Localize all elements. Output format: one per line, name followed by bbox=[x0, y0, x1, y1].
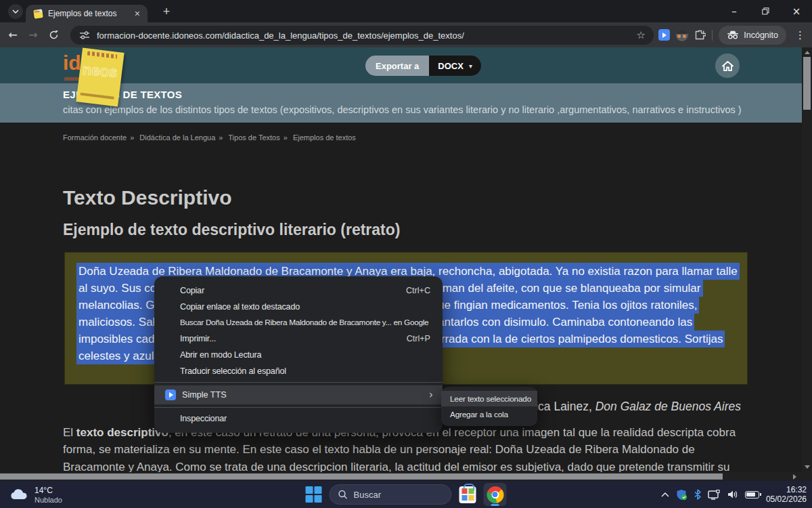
export-button[interactable]: Exportar a bbox=[365, 56, 429, 76]
time: 16:32 bbox=[766, 485, 807, 494]
menu-separator bbox=[154, 407, 443, 408]
export-control: Exportar a DOCX ▾ bbox=[365, 56, 481, 76]
page-title: Texto Descriptivo bbox=[63, 186, 232, 209]
export-format-dropdown[interactable]: DOCX ▾ bbox=[429, 56, 481, 76]
paragraph-line: Bracamonte y Anaya. Como se trata de una… bbox=[63, 459, 767, 472]
chrome-icon bbox=[487, 486, 503, 503]
breadcrumb-separator: » bbox=[219, 133, 223, 142]
horizontal-scroll-thumb[interactable] bbox=[0, 473, 723, 480]
address-bar[interactable]: formacion-docente.idoneos.com/didactica_… bbox=[70, 26, 654, 45]
tab-close-icon[interactable]: × bbox=[133, 9, 142, 18]
menu-item-label: Copiar bbox=[180, 286, 204, 295]
menu-item-traducir[interactable]: Traducir selección al español bbox=[154, 363, 443, 379]
breadcrumb-separator: » bbox=[130, 133, 134, 142]
restore-button[interactable] bbox=[750, 0, 781, 22]
menu-item-label: Imprimir... bbox=[180, 334, 216, 343]
logo-note-text: neos bbox=[82, 61, 118, 81]
menu-item-label: Simple TTS bbox=[182, 390, 429, 400]
note-line bbox=[81, 93, 114, 100]
menu-item-imprimir[interactable]: Imprimir... Ctrl+P bbox=[154, 331, 443, 347]
submenu-arrow-icon: › bbox=[429, 389, 433, 401]
start-button[interactable] bbox=[306, 486, 322, 503]
weather-widget[interactable]: 14°C Nublado bbox=[9, 481, 62, 508]
submenu-item-agregar[interactable]: Agregar a la cola bbox=[441, 406, 537, 422]
incognito-icon bbox=[727, 30, 739, 39]
context-menu: Copiar Ctrl+C Copiar enlace al texto des… bbox=[154, 276, 443, 433]
site-logo[interactable]: id bbox=[63, 51, 81, 75]
menu-item-inspeccionar[interactable]: Inspeccionar bbox=[154, 410, 443, 427]
minimize-button[interactable]: – bbox=[719, 0, 750, 22]
menu-item-simple-tts[interactable]: Simple TTS › bbox=[154, 385, 443, 404]
weather-condition: Nublado bbox=[35, 496, 62, 504]
horizontal-scrollbar[interactable] bbox=[0, 472, 802, 481]
scroll-right-arrow[interactable] bbox=[793, 474, 796, 480]
site-favicon-icon bbox=[33, 9, 43, 19]
banner-subtitle: citas con ejemplos de los distintos tipo… bbox=[63, 104, 812, 115]
chrome-taskbar-button[interactable] bbox=[484, 483, 507, 506]
simple-tts-extension-icon[interactable] bbox=[658, 29, 670, 41]
temperature: 14°C bbox=[35, 486, 62, 495]
new-tab-button[interactable]: + bbox=[158, 3, 175, 20]
taskbar-clock[interactable]: 16:32 05/02/2026 bbox=[766, 485, 807, 504]
extension-icon[interactable] bbox=[676, 29, 688, 41]
breadcrumb-link[interactable]: Didáctica de la Lengua bbox=[139, 133, 215, 142]
banner-title: EJEMPLOS DE TEXTOS bbox=[63, 89, 812, 100]
chevron-down-icon bbox=[12, 9, 19, 14]
vertical-scroll-thumb[interactable] bbox=[803, 57, 811, 110]
vertical-scrollbar[interactable] bbox=[802, 47, 812, 481]
menu-item-copiar-enlace[interactable]: Copiar enlace al texto destacado bbox=[154, 299, 443, 315]
back-button[interactable]: ← bbox=[3, 25, 23, 45]
breadcrumb-link[interactable]: Ejemplos de textos bbox=[293, 133, 356, 142]
menu-shortcut: Ctrl+C bbox=[406, 286, 430, 295]
note-scribble bbox=[87, 51, 117, 58]
incognito-badge[interactable]: Incógnito bbox=[719, 26, 786, 45]
menu-separator bbox=[154, 382, 443, 383]
breadcrumb-separator: » bbox=[284, 133, 288, 142]
submenu-item-leer[interactable]: Leer texto seleccionado bbox=[441, 391, 537, 406]
close-button[interactable]: × bbox=[781, 0, 812, 22]
scroll-up-arrow[interactable] bbox=[805, 51, 810, 54]
paragraph-line: forma, se materializa en su mente. En es… bbox=[63, 441, 767, 458]
taskbar-search[interactable]: Buscar bbox=[330, 484, 452, 505]
breadcrumb: Formación docente» Didáctica de la Lengu… bbox=[63, 133, 356, 142]
chevron-down-icon: ▾ bbox=[469, 62, 472, 70]
browser-tab[interactable]: Ejemplos de textos × bbox=[26, 5, 148, 22]
browser-toolbar: ← → formacion-docente.idoneos.com/didact… bbox=[0, 22, 812, 47]
volume-icon[interactable] bbox=[727, 490, 738, 499]
reload-button[interactable] bbox=[43, 25, 64, 45]
extensions-puzzle-icon[interactable] bbox=[694, 29, 706, 41]
windows-taskbar: 14°C Nublado Buscar 16:32 05/02/2026 bbox=[0, 481, 812, 508]
breadcrumb-link[interactable]: Formación docente bbox=[63, 133, 127, 142]
url-text[interactable]: formacion-docente.idoneos.com/didactica_… bbox=[97, 30, 637, 41]
menu-item-modo-lectura[interactable]: Abrir en modo Lectura bbox=[154, 347, 443, 363]
battery-icon[interactable] bbox=[745, 491, 759, 499]
home-icon bbox=[722, 61, 734, 71]
menu-item-copiar[interactable]: Copiar Ctrl+C bbox=[154, 282, 443, 299]
breadcrumb-link[interactable]: Tipos de Textos bbox=[228, 133, 279, 142]
tray-expand-icon[interactable] bbox=[661, 492, 669, 497]
tts-submenu: Leer texto seleccionado Agregar a la col… bbox=[441, 387, 537, 426]
network-display-icon[interactable] bbox=[708, 490, 721, 500]
active-app-indicator bbox=[491, 504, 499, 506]
tab-search-button[interactable] bbox=[8, 4, 23, 19]
reload-icon bbox=[49, 30, 59, 40]
export-format-value: DOCX bbox=[438, 61, 464, 71]
menu-item-buscar-google[interactable]: Buscar Doña Uzeada de Ribera Maldonado d… bbox=[154, 315, 443, 331]
menu-shortcut: Ctrl+P bbox=[407, 334, 430, 343]
browser-titlebar: Ejemplos de textos × + – × bbox=[0, 0, 812, 22]
logo-sticky-note: neos bbox=[76, 48, 124, 107]
incognito-label: Incógnito bbox=[744, 30, 778, 40]
site-settings-icon[interactable] bbox=[79, 30, 90, 40]
security-shield-icon[interactable] bbox=[676, 489, 687, 501]
browser-menu-icon[interactable]: ⋮ bbox=[792, 29, 808, 41]
scroll-down-arrow[interactable] bbox=[805, 465, 810, 469]
toolbar-divider bbox=[712, 30, 713, 41]
window-controls: – × bbox=[719, 0, 812, 22]
search-icon bbox=[338, 490, 348, 499]
microsoft-store-button[interactable] bbox=[459, 486, 476, 503]
home-button[interactable] bbox=[715, 54, 740, 78]
forward-button[interactable]: → bbox=[23, 25, 43, 45]
cloud-icon bbox=[9, 488, 28, 501]
bluetooth-icon[interactable] bbox=[694, 489, 701, 500]
bookmark-star-icon[interactable]: ☆ bbox=[637, 29, 646, 41]
